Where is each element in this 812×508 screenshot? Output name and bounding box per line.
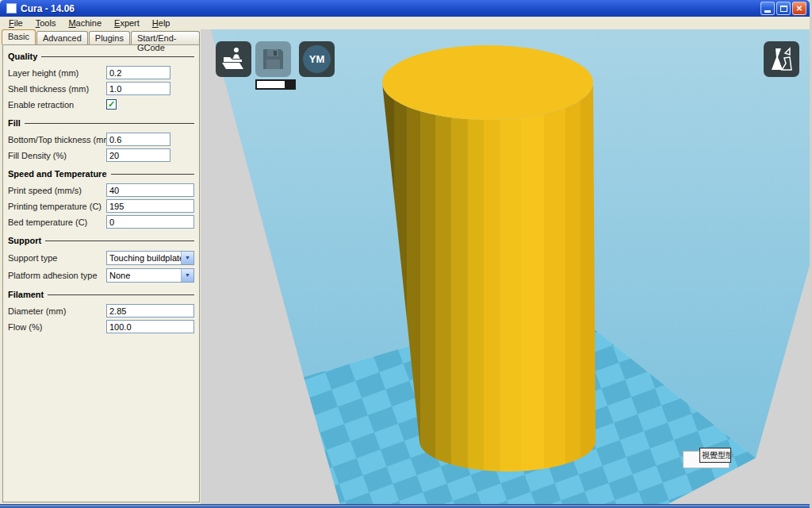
settings-column: Basic Advanced Plugins Start/End-GCode Q… — [0, 29, 201, 504]
section-quality: Quality Layer height (mm) Shell thicknes… — [8, 52, 194, 111]
print-speed-label: Print speed (mm/s) — [8, 186, 106, 195]
view-mode-icon — [768, 46, 795, 72]
view-mode-tooltip: 視覺型態 — [699, 448, 731, 463]
close-button[interactable]: ✕ — [792, 2, 806, 15]
section-rule — [45, 241, 194, 241]
platform-adhesion-select[interactable]: None ▼ — [106, 268, 194, 283]
section-title: Fill — [8, 118, 21, 128]
printing-temperature-input[interactable] — [106, 199, 194, 213]
shell-thickness-label: Shell thickness (mm) — [8, 84, 106, 94]
minimize-icon — [764, 10, 771, 13]
layer-height-label: Layer height (mm) — [8, 68, 106, 78]
save-icon — [261, 47, 285, 71]
chevron-down-icon[interactable]: ▼ — [181, 269, 193, 282]
settings-panel: Quality Layer height (mm) Shell thicknes… — [2, 44, 200, 502]
menu-expert[interactable]: Expert — [108, 18, 146, 28]
print-speed-input[interactable] — [106, 183, 194, 197]
load-model-button[interactable] — [216, 41, 251, 77]
model-cylinder-top[interactable] — [382, 45, 593, 120]
section-support: Support Support type Touching buildplate… — [8, 236, 194, 283]
fill-density-input[interactable] — [106, 148, 170, 162]
scene-3d[interactable] — [201, 29, 810, 504]
slice-progress-bar — [255, 79, 296, 90]
menu-tools[interactable]: Tools — [29, 18, 63, 28]
bottom-top-thickness-input[interactable] — [106, 133, 170, 146]
minimize-button[interactable] — [760, 2, 775, 15]
flow-input[interactable] — [106, 320, 194, 333]
tab-start-end-gcode[interactable]: Start/End-GCode — [131, 31, 200, 44]
diameter-label: Diameter (mm) — [8, 306, 106, 316]
cura-window: Cura - 14.06 ✕ File Tools Machine Expert… — [0, 0, 812, 508]
section-rule — [41, 56, 194, 57]
section-title: Speed and Temperature — [8, 169, 107, 179]
load-model-icon — [220, 46, 247, 72]
tab-advanced[interactable]: Advanced — [36, 31, 88, 44]
app-icon — [6, 3, 17, 13]
fill-density-label: Fill Density (%) — [8, 151, 106, 160]
bottom-top-thickness-label: Bottom/Top thickness (mm) — [8, 135, 106, 144]
section-fill: Fill Bottom/Top thickness (mm) Fill Dens… — [8, 118, 194, 162]
section-rule — [25, 123, 194, 124]
platform-adhesion-label: Platform adhesion type — [8, 271, 106, 280]
titlebar[interactable]: Cura - 14.06 ✕ — [0, 0, 810, 17]
youmagine-share-button[interactable]: YM — [299, 41, 335, 77]
menu-file[interactable]: File — [2, 18, 29, 28]
printing-temperature-label: Printing temperature (C) — [8, 202, 106, 211]
section-speed-temperature: Speed and Temperature Print speed (mm/s)… — [8, 169, 194, 229]
section-title: Support — [8, 236, 41, 245]
menu-machine[interactable]: Machine — [62, 18, 108, 28]
section-rule — [111, 174, 195, 175]
slice-progress-fill — [257, 81, 285, 88]
enable-retraction-label: Enable retraction — [8, 100, 106, 110]
diameter-input[interactable] — [106, 304, 194, 318]
tab-bar: Basic Advanced Plugins Start/End-GCode — [0, 29, 201, 44]
bed-temperature-label: Bed temperature (C) — [8, 217, 106, 227]
section-rule — [48, 294, 194, 295]
restore-icon — [780, 6, 787, 12]
support-type-select[interactable]: Touching buildplate ▼ — [106, 251, 194, 265]
tab-plugins[interactable]: Plugins — [89, 31, 130, 44]
youmagine-logo: YM — [303, 45, 331, 73]
tab-basic[interactable]: Basic — [2, 29, 36, 44]
chevron-down-icon[interactable]: ▼ — [181, 252, 193, 264]
menu-help[interactable]: Help — [146, 18, 177, 28]
section-title: Filament — [8, 290, 44, 299]
check-icon: ✓ — [108, 100, 115, 109]
window-border-bottom — [0, 504, 810, 508]
shell-thickness-input[interactable] — [106, 82, 170, 95]
layer-height-input[interactable] — [106, 66, 170, 79]
viewport-3d[interactable]: YM 視覺型態 — [201, 29, 810, 504]
flow-label: Flow (%) — [8, 322, 106, 332]
section-title: Quality — [8, 52, 37, 61]
window-title: Cura - 14.06 — [21, 3, 760, 14]
menu-bar: File Tools Machine Expert Help — [0, 17, 810, 29]
save-toolpath-button[interactable] — [255, 41, 291, 77]
bed-temperature-input[interactable] — [106, 215, 194, 229]
section-filament: Filament Diameter (mm) Flow (%) — [8, 290, 194, 333]
view-mode-button[interactable] — [764, 41, 799, 77]
enable-retraction-checkbox[interactable]: ✓ — [106, 99, 117, 110]
restore-button[interactable] — [776, 2, 791, 15]
support-type-label: Support type — [8, 253, 106, 263]
